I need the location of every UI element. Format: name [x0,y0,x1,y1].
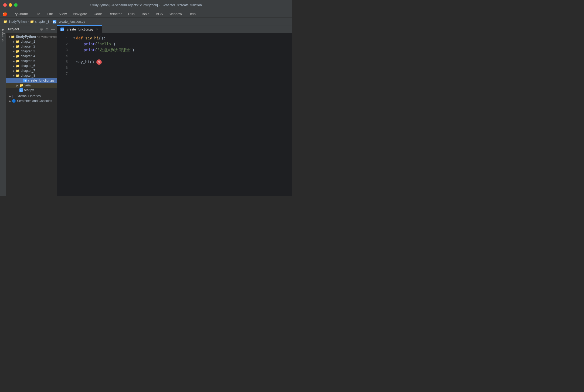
menu-window[interactable]: Window [167,11,185,16]
line-num-1: 1 [57,35,68,41]
sidebar-item-venv[interactable]: ▶ 📁 venv [6,83,57,88]
close-button[interactable] [3,3,7,7]
traffic-lights [3,3,18,7]
folder-icon-root: 📁 [11,35,15,39]
tree-label-ch1: chapter_1 [21,40,35,43]
call-say-hi: say_hi() [76,59,94,65]
sidebar-project-label: Project [8,27,38,31]
minimize-button[interactable] [9,3,12,7]
tree-arrow-extlib: ▶ [8,95,12,98]
menu-edit[interactable]: Edit [44,11,55,16]
sidebar-gear-icon[interactable]: ⚙ [45,27,49,31]
folder-icon-ch6: 📁 [16,64,20,68]
tree-label-ch5: chapter_5 [21,59,35,63]
code-line-7: ▼ [73,71,289,77]
keyword-def: def [76,35,85,41]
sidebar-tree: ▼ 📁 StudyPython ~/PycharmProje ▶ 📁 chapt… [6,33,57,196]
menu-run[interactable]: Run [125,11,137,16]
tree-arrow-ch8: ▼ [12,74,16,77]
sidebar-item-create-function[interactable]: py create_function.py [6,78,57,83]
code-line-4: ▼ [73,53,289,59]
library-icon: ||| [12,94,14,98]
folder-icon: 📁 [3,20,7,23]
tab-file-icon: py [60,28,64,31]
tree-arrow-ch1: ▶ [12,40,16,43]
tree-label-create-function: create_function.py [28,79,55,82]
code-line-6: ▼ [73,65,289,71]
menu-view[interactable]: View [57,11,70,16]
fold-arrow-1[interactable]: ▼ [73,35,75,41]
menu-help[interactable]: Help [186,11,198,16]
sidebar-item-chapter7[interactable]: ▶ 📁 chapter_7 [6,68,57,73]
tree-label-ch3: chapter_3 [21,49,35,53]
sidebar-item-chapter5[interactable]: ▶ 📁 chapter_5 [6,59,57,63]
code-line-2: ▼ print('hello') [73,41,289,47]
folder-icon-ch2: 📁 [16,45,20,48]
editor-tabs: py create_function.py ✕ [57,25,292,33]
tree-label-ch4: chapter_4 [21,54,35,58]
window-title: StudyPython [~/PycharmProjects/StudyPyth… [90,3,202,7]
tree-arrow-ch6: ▶ [12,65,16,67]
menu-code[interactable]: Code [91,11,105,16]
tab-close-button[interactable]: ✕ [95,28,99,31]
sidebar-item-scratches[interactable]: ▶ 🔵 Scratches and Consoles [6,99,57,103]
breadcrumb-part-2[interactable]: chapter_8 [35,20,49,23]
tree-arrow-ch5: ▶ [12,60,16,63]
menu-file[interactable]: File [32,11,43,16]
sidebar-item-chapter8[interactable]: ▼ 📁 chapter_8 [6,73,57,78]
sidebar-item-test[interactable]: py test.py [6,88,57,93]
str-chinese: '欢迎来到大熊课堂' [97,47,132,53]
sidebar-minimize-icon[interactable]: — [51,27,55,31]
maximize-button[interactable] [14,3,18,7]
paren-open-3: ( [95,47,97,53]
tree-arrow-ch7: ▶ [12,69,16,72]
sidebar-scope-icon[interactable]: ⊕ [40,27,43,31]
folder-icon-ch3: 📁 [16,49,20,53]
sidebar-header: Project ⊕ ⚙ — [6,25,57,33]
gutter-spacer-2: ▼ [73,41,75,47]
line-num-5: 5 [57,59,68,65]
tree-label-scratches: Scratches and Consoles [17,99,52,103]
code-editor[interactable]: 1 2 3 4 5 6 7 ▼ def say_hi(): ▼ print('h… [57,33,292,196]
str-hello: 'hello' [97,41,113,47]
sidebar: Project ⊕ ⚙ — ▼ 📁 StudyPython ~/PycharmP… [6,25,57,196]
menu-refactor[interactable]: Refactor [106,11,124,16]
tree-label-ch2: chapter_2 [21,45,35,48]
menu-vcs[interactable]: VCS [153,11,166,16]
scratches-icon: 🔵 [12,99,16,103]
tree-label-venv: venv [25,83,31,87]
apple-icon[interactable]: 🍎 [2,11,8,16]
builtin-print-3: print [84,47,95,53]
sidebar-item-chapter6[interactable]: ▶ 📁 chapter_6 [6,63,57,68]
breadcrumb-part-1[interactable]: StudyPython [8,20,27,23]
paren-close-2: ) [113,41,115,47]
tree-arrow-ch4: ▶ [12,55,16,58]
project-vertical-tab[interactable]: 1: Project [0,25,6,196]
badge-1[interactable]: 1 [96,59,102,65]
sidebar-item-chapter3[interactable]: ▶ 📁 chapter_3 [6,49,57,54]
folder-icon-ch8: 📁 [16,74,20,77]
tree-arrow-root: ▼ [8,35,11,38]
sidebar-item-chapter2[interactable]: ▶ 📁 chapter_2 [6,44,57,49]
tree-arrow-venv: ▶ [16,84,19,87]
menu-pycharm[interactable]: PyCharm [11,11,31,16]
tree-root-item[interactable]: ▼ 📁 StudyPython ~/PycharmProje [6,34,57,39]
code-content[interactable]: ▼ def say_hi(): ▼ print('hello') ▼ print… [70,33,292,196]
tab-create-function[interactable]: py create_function.py ✕ [57,25,102,33]
sidebar-item-chapter1[interactable]: ▶ 📁 chapter_1 [6,39,57,44]
sidebar-item-chapter4[interactable]: ▶ 📁 chapter_4 [6,54,57,59]
breadcrumb-part-3[interactable]: create_function.py [59,20,85,23]
breadcrumb: 📁 StudyPython › 📁 chapter_8 › py create_… [0,18,292,25]
menu-navigate[interactable]: Navigate [71,11,90,16]
tab-label: create_function.py [67,28,93,31]
python-icon-cf: py [23,79,27,82]
project-tab-label[interactable]: 1: Project [1,28,5,43]
main-layout: 1: Project Project ⊕ ⚙ — ▼ 📁 StudyPython… [0,25,292,196]
tree-label-external-libs: External Libraries [15,94,40,98]
tree-label-ch6: chapter_6 [21,64,35,68]
sidebar-item-external-libs[interactable]: ▶ ||| External Libraries [6,94,57,99]
tree-arrow-scratches: ▶ [8,100,12,103]
menu-tools[interactable]: Tools [138,11,152,16]
func-name: say_hi [85,35,99,41]
line-num-2: 2 [57,41,68,47]
